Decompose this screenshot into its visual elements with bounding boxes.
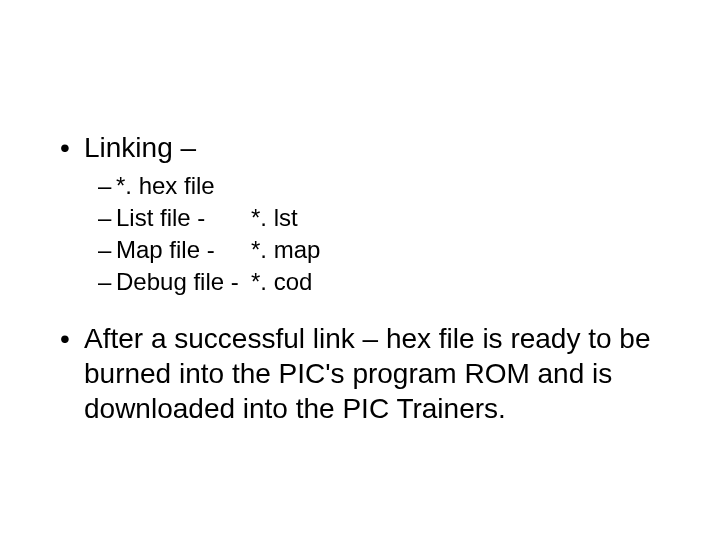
bullet-linking-title: Linking – xyxy=(84,132,196,163)
sub-item-hex: *. hex file xyxy=(98,171,660,201)
sub-item-map: Map file - *. map xyxy=(98,235,660,265)
bullet-after-link-text: After a successful link – hex file is re… xyxy=(84,323,651,424)
sub-item-ext: *. lst xyxy=(251,203,298,233)
sub-item-ext: *. map xyxy=(251,235,320,265)
sub-item-list: List file - *. lst xyxy=(98,203,660,233)
bullet-after-link: After a successful link – hex file is re… xyxy=(60,321,660,426)
sub-item-label: Debug file - xyxy=(116,267,251,297)
sub-item-label: *. hex file xyxy=(116,171,251,201)
bullet-list-level2: *. hex file List file - *. lst Map file … xyxy=(84,171,660,297)
sub-item-label: List file - xyxy=(116,203,251,233)
sub-item-ext: *. cod xyxy=(251,267,312,297)
slide: Linking – *. hex file List file - *. lst xyxy=(0,0,720,540)
bullet-linking: Linking – *. hex file List file - *. lst xyxy=(60,130,660,297)
bullet-list-level1: Linking – *. hex file List file - *. lst xyxy=(60,130,660,426)
sub-item-debug: Debug file - *. cod xyxy=(98,267,660,297)
sub-item-label: Map file - xyxy=(116,235,251,265)
